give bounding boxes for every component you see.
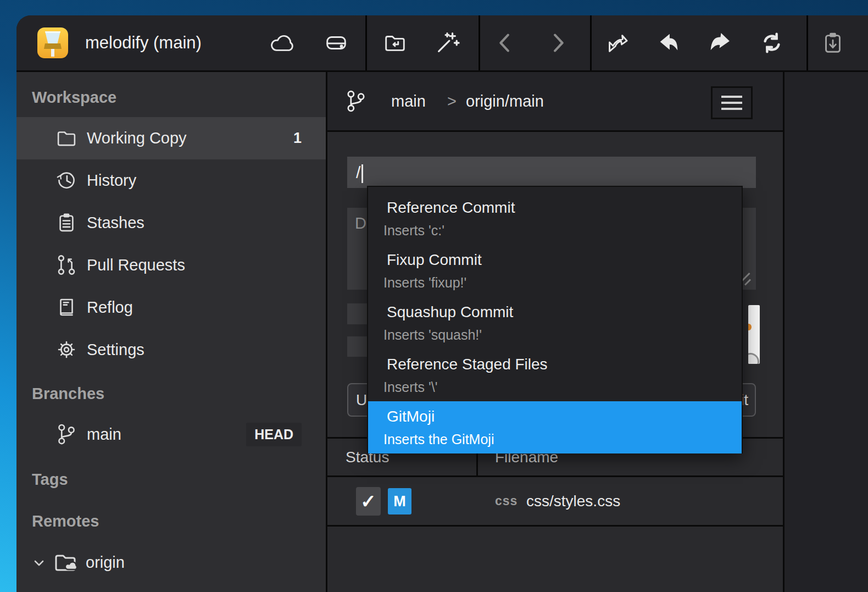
commit-summary-input[interactable]: /	[347, 157, 756, 188]
divider	[327, 525, 783, 527]
sidebar-item-label: Stashes	[87, 202, 144, 244]
text-caret	[361, 164, 363, 183]
settings-gear-icon	[55, 338, 78, 361]
branch-breadcrumb-bar: main > origin/main	[327, 72, 783, 130]
history-icon	[55, 169, 78, 192]
forward-icon[interactable]	[545, 30, 570, 56]
sidebar-item-pull-requests[interactable]: Pull Requests	[16, 244, 326, 286]
toolbar-separator	[478, 15, 480, 70]
sidebar-header-remotes: Remotes	[32, 507, 99, 535]
head-badge: HEAD	[246, 423, 302, 446]
item-title: Reference Commit	[368, 192, 742, 220]
item-subtitle: Inserts the GitMoji	[368, 429, 742, 450]
divider	[327, 130, 783, 132]
toolbar-separator	[590, 15, 592, 70]
item-title: GitMoji	[368, 401, 742, 429]
pull-icon[interactable]	[604, 30, 629, 56]
gitmoji-preview-emoji-arc	[748, 353, 759, 364]
wand-icon[interactable]	[435, 30, 460, 56]
pull-request-icon	[55, 253, 78, 276]
checkbox-check-icon: ✓	[360, 491, 376, 512]
titlebar: melodify (main)	[16, 15, 868, 70]
drive-icon[interactable]	[324, 30, 349, 56]
file-name: css/styles.css	[526, 477, 620, 525]
item-title: Fixup Commit	[368, 245, 742, 272]
table-row[interactable]: ✓ M css css/styles.css	[327, 477, 783, 525]
sidebar-item-reflog[interactable]: Reflog	[16, 286, 326, 329]
desktop-background: melodify (main)	[0, 0, 868, 592]
sidebar-item-label: Settings	[87, 329, 144, 371]
app-icon	[37, 27, 68, 58]
sidebar-item-label: Working Copy	[87, 117, 187, 159]
item-subtitle: Inserts 'fixup!'	[368, 272, 742, 293]
sidebar-item-label: Pull Requests	[87, 244, 185, 286]
sidebar-item-stashes[interactable]: Stashes	[16, 202, 326, 244]
gitmoji-preview-emoji	[748, 324, 752, 330]
toolbar-separator	[365, 15, 367, 70]
branch-icon	[344, 89, 368, 113]
sidebar: Workspace Working Copy 1 History	[16, 72, 326, 592]
sidebar-header-tags: Tags	[32, 466, 68, 493]
sidebar-header-branches: Branches	[32, 380, 104, 407]
autocomplete-item-gitmoji-selected[interactable]: GitMoji Inserts the GitMoji	[368, 401, 742, 453]
sidebar-item-settings[interactable]: Settings	[16, 329, 326, 371]
folder-icon	[55, 126, 78, 150]
breadcrumb-branch[interactable]: main	[391, 72, 426, 130]
breadcrumb-separator: >	[447, 72, 457, 130]
item-subtitle: Inserts 'squash!'	[368, 324, 742, 345]
autocomplete-item-reference-commit[interactable]: Reference Commit Inserts 'c:'	[368, 192, 742, 245]
item-title: Squashup Commit	[368, 297, 742, 324]
toolbar-separator	[806, 15, 808, 70]
item-subtitle: Inserts 'c:'	[368, 220, 742, 241]
sidebar-item-history[interactable]: History	[16, 159, 326, 202]
commit-summary-value: /	[356, 163, 360, 181]
sidebar-item-branch-main[interactable]: main HEAD	[16, 413, 326, 456]
back-icon[interactable]	[493, 30, 518, 56]
window-title: melodify (main)	[85, 15, 202, 70]
app-window: melodify (main)	[16, 15, 868, 592]
menu-icon[interactable]	[711, 86, 753, 119]
app-icon-band	[44, 43, 62, 49]
autocomplete-dropdown: Reference Commit Inserts 'c:' Fixup Comm…	[367, 186, 743, 453]
branch-icon	[55, 423, 78, 446]
sidebar-header-workspace: Workspace	[32, 84, 116, 111]
main-panel: main > origin/main / Description	[327, 72, 783, 592]
sidebar-item-label: History	[87, 159, 136, 202]
app-icon-stem	[51, 49, 54, 57]
stash-pop-icon[interactable]	[820, 30, 845, 56]
autocomplete-item-squashup-commit[interactable]: Squashup Commit Inserts 'squash!'	[368, 297, 742, 349]
sidebar-item-label: Reflog	[87, 286, 133, 329]
remote-folder-icon	[53, 550, 80, 575]
chevron-down-icon[interactable]	[32, 556, 46, 570]
breadcrumb-upstream[interactable]: origin/main	[466, 72, 544, 130]
cloud-icon[interactable]	[269, 30, 294, 56]
item-subtitle: Inserts '\'	[368, 377, 742, 397]
working-copy-count-badge: 1	[293, 117, 302, 159]
sidebar-item-remote-origin[interactable]: origin	[16, 541, 326, 584]
sidebar-item-working-copy[interactable]: Working Copy 1	[16, 117, 326, 159]
fetch-icon[interactable]	[656, 30, 681, 56]
sidebar-item-label: main	[87, 413, 121, 456]
stashes-icon	[55, 211, 78, 234]
sync-icon[interactable]	[759, 30, 784, 56]
autocomplete-item-fixup-commit[interactable]: Fixup Commit Inserts 'fixup!'	[368, 245, 742, 297]
push-icon[interactable]	[707, 30, 732, 56]
right-pane	[784, 72, 868, 592]
item-title: Reference Staged Files	[368, 349, 742, 377]
autocomplete-item-reference-staged-files[interactable]: Reference Staged Files Inserts '\'	[368, 349, 742, 401]
sidebar-item-label: origin	[86, 541, 125, 584]
status-badge-modified: M	[388, 488, 411, 514]
app-icon-cone	[45, 31, 60, 45]
open-repo-icon[interactable]	[382, 30, 408, 56]
stage-checkbox[interactable]: ✓	[356, 487, 381, 516]
file-type-label: css	[495, 477, 518, 525]
gitmoji-preview	[748, 305, 760, 364]
reflog-icon	[55, 296, 78, 319]
